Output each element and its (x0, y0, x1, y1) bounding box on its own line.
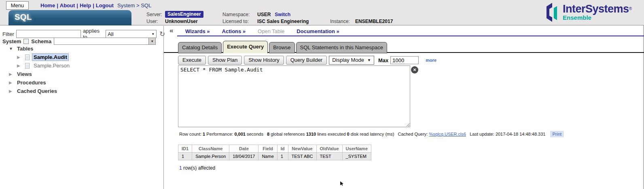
tree-item-label[interactable]: Sample.Audit (32, 54, 68, 61)
tree-node-tables[interactable]: ▼ Tables (0, 44, 163, 53)
column-header: ID1 (178, 145, 192, 153)
filter-label: Filter (2, 31, 14, 37)
max-label: Max (378, 57, 388, 63)
cell-oldvalue: TEST (316, 153, 342, 160)
tree-collapsed-icon[interactable]: ▶ (9, 80, 15, 85)
query-input[interactable] (178, 65, 410, 127)
system-checkbox[interactable] (23, 39, 29, 44)
tree-node-procedures[interactable]: ▶ Procedures (0, 78, 163, 87)
disk-latency-label: disk read latency (ms) (351, 132, 394, 136)
column-header: NewValue (288, 145, 316, 153)
applies-to-value: All (108, 31, 113, 37)
tab-catalog-details[interactable]: Catalog Details (178, 42, 222, 53)
lines-executed-label: lines executed (317, 132, 345, 136)
tree-item-label[interactable]: Sample.Person (32, 62, 71, 69)
switch-link[interactable]: Switch (275, 12, 290, 17)
query-builder-button[interactable]: Query Builder (286, 56, 327, 65)
wizards-menu[interactable]: Wizards » (185, 28, 210, 34)
home-link[interactable]: Home (40, 2, 55, 8)
display-mode-label: Display Mode (332, 57, 364, 63)
display-mode-select[interactable]: Display Mode ▼ (329, 56, 374, 65)
show-plan-button[interactable]: Show Plan (208, 56, 242, 65)
performance-value: 0,001 (234, 132, 246, 136)
schema-tree: ▼ Tables ▶ Sample.Audit ▶ Sample.Person … (0, 44, 163, 95)
menu-button[interactable]: Menu (6, 1, 29, 10)
cached-query-link[interactable]: %sqlcq.USER.cls6 (429, 132, 466, 136)
column-header: Date (229, 145, 258, 153)
tab-browse[interactable]: Browse (269, 42, 294, 53)
tree-node-cached-queries[interactable]: ▶ Cached Queries (0, 87, 163, 95)
page-title: SQL (15, 13, 32, 22)
execute-button[interactable]: Execute (178, 56, 206, 65)
applies-to-select[interactable]: All ▼ (106, 30, 157, 38)
tree-collapsed-icon[interactable]: ▶ (9, 72, 15, 76)
tree-item-sample-audit[interactable]: ▶ Sample.Audit (0, 53, 163, 61)
results-header-row: ID1 ClassName Date Field Id NewValue Old… (178, 145, 371, 153)
top-nav: Home|About|Help|Logout (40, 2, 114, 8)
tree-node-label[interactable]: Procedures (17, 80, 46, 86)
chevron-down-icon: ▼ (367, 58, 371, 62)
last-update-label: Last update: (470, 132, 494, 136)
licensed-value: ISC Sales Engineering (257, 19, 330, 24)
query-toolbar: Execute Show Plan Show History Query Bui… (178, 56, 436, 65)
cell-field: Name (258, 153, 277, 160)
server-label: Server: (146, 12, 165, 17)
server-info: Server: SalesEngineer Namespace: USERSwi… (146, 11, 393, 25)
cell-username: _SYSTEM (342, 153, 371, 160)
tree-node-label[interactable]: Views (17, 71, 32, 77)
tree-node-label[interactable]: Tables (17, 46, 33, 52)
table-icon (25, 55, 30, 60)
column-header: UserName (342, 145, 371, 153)
chevron-down-icon[interactable]: ▼ (148, 38, 155, 44)
collapse-sidebar-icon[interactable]: « (169, 27, 173, 35)
column-header: ClassName (192, 145, 229, 153)
toolbar-underline (177, 36, 644, 36)
filter-input[interactable] (16, 30, 81, 38)
cell-id: 1 (277, 153, 288, 160)
logo-product: Ensemble (563, 14, 632, 21)
table-row: 1 Sample.Person 18/04/2017 Name 1 TEST A… (178, 153, 371, 160)
logo-registered-mark: ® (629, 6, 632, 10)
schema-label: Schema (31, 38, 51, 44)
print-button[interactable]: Print (550, 131, 564, 137)
tree-expanded-icon[interactable]: ▼ (9, 46, 15, 51)
tree-node-views[interactable]: ▶ Views (0, 70, 163, 78)
tree-item-sample-person[interactable]: ▶ Sample.Person (0, 61, 163, 70)
schema-sidebar: Filter applies to All ▼ ↻ System Schema … (0, 26, 164, 189)
schema-select[interactable]: ▼ (54, 38, 156, 45)
last-update-value: 2017-04-18 14:48:48.331 (496, 132, 546, 136)
tab-sql-statements[interactable]: SQL Statements in this Namespace (296, 42, 387, 53)
disk-latency-value: 0 (347, 132, 350, 136)
more-link[interactable]: more (426, 58, 436, 63)
page-title-banner: SQL (8, 10, 131, 25)
breadcrumb: System > SQL (117, 2, 151, 8)
intersystems-logo-icon (546, 2, 559, 22)
help-link[interactable]: Help (80, 2, 91, 8)
tab-execute-query[interactable]: Execute Query (223, 41, 268, 53)
tree-collapsed-icon[interactable]: ▶ (17, 63, 23, 68)
cell-classname: Sample.Person (192, 153, 229, 160)
tree-collapsed-icon[interactable]: ▶ (9, 89, 15, 93)
column-header: Id (277, 145, 288, 153)
logout-link[interactable]: Logout (96, 2, 114, 8)
portal-header: Menu Home|About|Help|Logout System > SQL… (0, 0, 644, 25)
intersystems-logo: InterSystems® Ensemble (546, 2, 632, 22)
instance-value: ENSEMBLE2017 (355, 19, 393, 24)
namespace-value: USER (257, 12, 271, 17)
performance-unit: seconds (247, 132, 263, 136)
lines-executed-value: 1310 (306, 132, 316, 136)
rows-affected: 1 row(s) affected (179, 165, 215, 171)
user-value: UnknownUser (165, 19, 222, 24)
row-count-value: 1 (203, 132, 205, 136)
mouse-cursor (340, 181, 344, 186)
clear-query-icon[interactable]: × (411, 66, 418, 74)
cached-query-label: Cached Query: (398, 132, 428, 136)
max-rows-input[interactable] (390, 56, 419, 64)
global-refs-value: 8 (267, 132, 269, 136)
tree-collapsed-icon[interactable]: ▶ (17, 55, 23, 59)
about-link[interactable]: About (60, 2, 75, 8)
show-history-button[interactable]: Show History (244, 56, 284, 65)
documentation-menu[interactable]: Documentation » (297, 28, 339, 34)
tree-node-label[interactable]: Cached Queries (17, 88, 57, 94)
actions-menu[interactable]: Actions » (222, 28, 246, 34)
